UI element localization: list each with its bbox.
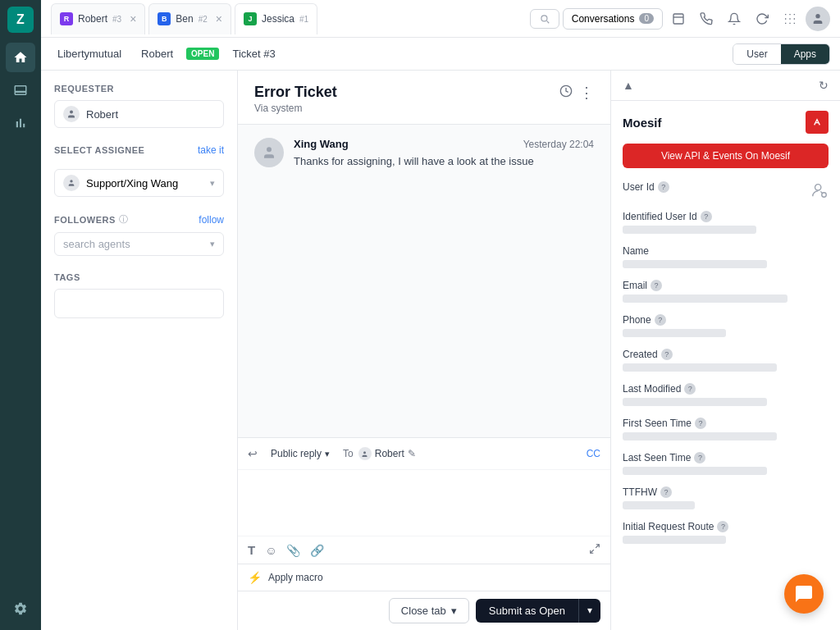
last-modified-label: Last Modified — [623, 383, 681, 395]
sidebar-item-reporting[interactable] — [6, 108, 35, 138]
tab-robert-favicon: R — [60, 12, 73, 25]
main-content: R Robert #3 × B Ben #2 × J Jessica #1 Co… — [41, 0, 840, 630]
user-id-help-icon[interactable]: ? — [658, 181, 669, 193]
svg-point-9 — [815, 185, 821, 190]
name-row: Name — [623, 245, 829, 268]
sidebar-item-inbox[interactable] — [6, 75, 35, 105]
phone-help-icon[interactable]: ? — [655, 314, 666, 326]
svg-line-7 — [596, 545, 599, 548]
take-it-link[interactable]: take it — [198, 144, 224, 156]
apps-grid-icon[interactable] — [778, 7, 802, 31]
user-avatar[interactable] — [806, 7, 830, 31]
last-seen-help-icon[interactable]: ? — [694, 452, 705, 463]
tab-user[interactable]: User — [733, 44, 780, 64]
emoji-icon[interactable]: ☺ — [265, 544, 276, 557]
close-tab-button[interactable]: Close tab ▾ — [389, 598, 469, 623]
ticket-history-icon[interactable] — [559, 84, 573, 101]
submit-button[interactable]: Submit as Open — [476, 599, 578, 623]
name-value — [623, 260, 767, 268]
compose-icon[interactable] — [666, 7, 691, 31]
conversations-button[interactable]: Conversations 0 — [563, 8, 663, 30]
initial-request-help-icon[interactable]: ? — [717, 521, 728, 532]
breadcrumb-ticket[interactable]: Ticket #3 — [226, 44, 281, 63]
format-text-icon[interactable]: T — [248, 543, 255, 557]
chat-bubble[interactable] — [784, 574, 824, 614]
search-button[interactable] — [530, 9, 559, 29]
breadcrumb-company[interactable]: Libertymutual — [51, 44, 128, 63]
last-seen-value — [623, 467, 767, 475]
conversations-label: Conversations — [572, 13, 635, 25]
ttfhw-row: TTFHW ? — [623, 486, 829, 509]
ticket-more-icon[interactable]: ⋮ — [579, 84, 594, 102]
right-panel-header: ▲ ↻ — [611, 71, 840, 101]
apply-macro-button[interactable]: Apply macro — [268, 572, 323, 583]
svg-point-5 — [267, 147, 272, 152]
identified-user-id-help-icon[interactable]: ? — [701, 211, 712, 222]
search-agents-input[interactable]: search agents ▾ — [54, 232, 224, 256]
followers-help-icon[interactable]: ⓘ — [119, 213, 128, 226]
email-value — [623, 294, 788, 303]
followers-label: Followers — [54, 215, 116, 225]
assignee-dropdown[interactable]: Support/Xing Wang ▾ — [54, 169, 224, 197]
public-reply-button[interactable]: Public reply ▾ — [264, 445, 336, 463]
attachment-icon[interactable]: 📎 — [286, 544, 300, 557]
ttfhw-help-icon[interactable]: ? — [660, 486, 672, 498]
message-body: Thanks for assigning, I will have a look… — [294, 153, 594, 170]
followers-section: Followers ⓘ follow search agents ▾ — [54, 213, 224, 256]
last-modified-help-icon[interactable]: ? — [684, 383, 696, 395]
right-panel-refresh-icon[interactable]: ↻ — [819, 79, 829, 92]
sidebar-logo[interactable]: Z — [7, 7, 34, 33]
follow-link[interactable]: follow — [199, 214, 224, 226]
first-seen-label: First Seen Time — [623, 418, 692, 429]
sidebar-item-home[interactable] — [6, 43, 35, 72]
close-tab-chevron-icon: ▾ — [451, 605, 457, 617]
moesif-logo — [806, 111, 829, 134]
expand-icon[interactable] — [589, 543, 600, 557]
tab-jessica[interactable]: J Jessica #1 — [235, 3, 317, 34]
created-help-icon[interactable]: ? — [661, 349, 673, 360]
sidebar-item-settings[interactable] — [6, 594, 35, 623]
reply-arrow-icon: ↩ — [248, 447, 258, 460]
requester-field[interactable]: Robert — [54, 100, 224, 128]
name-label: Name — [623, 245, 649, 257]
tab-robert-close[interactable]: × — [130, 12, 136, 25]
svg-point-10 — [822, 193, 827, 198]
breadcrumb-bar: Libertymutual Robert OPEN Ticket #3 User… — [41, 38, 840, 71]
initial-request-label: Initial Request Route — [623, 521, 714, 532]
requester-label: Requester — [54, 84, 224, 94]
tab-ben[interactable]: B Ben #2 × — [148, 3, 231, 34]
requester-avatar — [63, 106, 80, 122]
phone-icon[interactable] — [694, 7, 719, 31]
middle-panel: Error Ticket Via system ⋮ — [238, 71, 610, 630]
last-modified-row: Last Modified ? — [623, 383, 829, 406]
user-id-label: User Id — [623, 181, 655, 193]
link-icon[interactable]: 🔗 — [310, 544, 324, 557]
requester-name: Robert — [86, 108, 118, 121]
collapse-icon[interactable]: ▲ — [623, 79, 634, 92]
tab-robert[interactable]: R Robert #3 × — [51, 3, 145, 34]
tags-input[interactable] — [54, 289, 224, 318]
tab-ben-close[interactable]: × — [216, 12, 222, 25]
first-seen-help-icon[interactable]: ? — [695, 418, 706, 429]
breadcrumb-user[interactable]: Robert — [135, 44, 180, 63]
tab-jessica-num: #1 — [299, 15, 308, 24]
reply-to: To Robert ✎ — [343, 447, 580, 460]
email-help-icon[interactable]: ? — [651, 280, 662, 291]
search-agents-chevron-icon: ▾ — [210, 239, 215, 249]
user-with-key-icon — [810, 181, 829, 199]
refresh-icon[interactable] — [750, 7, 774, 31]
last-seen-label: Last Seen Time — [623, 452, 691, 463]
cc-button[interactable]: CC — [587, 448, 600, 459]
notifications-icon[interactable] — [722, 7, 746, 31]
moesif-title: Moesif — [623, 116, 662, 130]
reply-input[interactable] — [238, 470, 610, 536]
message-avatar — [254, 138, 284, 167]
topbar: R Robert #3 × B Ben #2 × J Jessica #1 Co… — [41, 0, 840, 38]
tab-jessica-favicon: J — [244, 12, 257, 25]
public-reply-label: Public reply — [271, 448, 322, 459]
edit-icon[interactable]: ✎ — [408, 448, 416, 459]
view-api-button[interactable]: View API & Events On Moesif — [623, 144, 829, 168]
submit-dropdown-button[interactable]: ▾ — [578, 599, 600, 623]
tab-apps[interactable]: Apps — [781, 44, 829, 64]
svg-point-2 — [70, 111, 73, 114]
